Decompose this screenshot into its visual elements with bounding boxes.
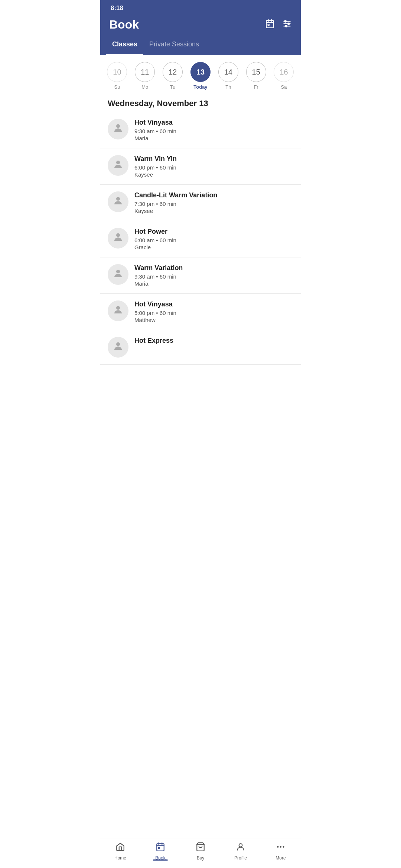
- calendar-strip: 10 Su 11 Mo 12 Tu 13 Today 14 Th 15 Fr 1…: [100, 55, 301, 93]
- svg-point-12: [116, 161, 120, 164]
- class-info-2: Candle-Lit Warm Variation 7:30 pm • 60 m…: [134, 191, 293, 214]
- svg-point-8: [285, 20, 286, 22]
- day-13[interactable]: 13 Today: [188, 62, 213, 90]
- day-12[interactable]: 12 Tu: [160, 62, 185, 90]
- class-time-5: 5:00 pm • 60 min: [134, 310, 293, 316]
- person-icon-3: [113, 231, 124, 245]
- class-item-6[interactable]: Hot Express: [100, 330, 301, 365]
- avatar-0: [108, 119, 128, 139]
- day-number-10: 10: [107, 62, 127, 82]
- class-instructor-2: Kaysee: [134, 208, 293, 214]
- class-info-5: Hot Vinyasa 5:00 pm • 60 min Matthew: [134, 300, 293, 323]
- svg-rect-0: [266, 20, 274, 28]
- class-item-0[interactable]: Hot Vinyasa 9:30 am • 60 min Maria: [100, 112, 301, 148]
- page-title: Book: [109, 18, 139, 36]
- class-info-4: Warm Variation 9:30 am • 60 min Maria: [134, 264, 293, 287]
- avatar-5: [108, 300, 128, 321]
- class-item-4[interactable]: Warm Variation 9:30 am • 60 min Maria: [100, 257, 301, 294]
- class-time-4: 9:30 am • 60 min: [134, 273, 293, 280]
- avatar-2: [108, 191, 128, 212]
- date-heading: Wednesday, November 13: [100, 93, 301, 112]
- avatar-1: [108, 155, 128, 176]
- tab-private-sessions[interactable]: Private Sessions: [143, 36, 205, 55]
- day-label-14: Th: [225, 84, 231, 90]
- class-name-1: Warm Vin Yin: [134, 155, 293, 163]
- day-label-10: Su: [114, 84, 120, 90]
- svg-point-11: [116, 124, 120, 128]
- header: Book: [100, 15, 301, 36]
- day-label-16: Sa: [281, 84, 287, 90]
- avatar-6: [108, 337, 128, 358]
- class-info-3: Hot Power 6:00 am • 60 min Gracie: [134, 228, 293, 250]
- class-instructor-1: Kaysee: [134, 171, 293, 178]
- class-item-3[interactable]: Hot Power 6:00 am • 60 min Gracie: [100, 221, 301, 257]
- person-icon-0: [113, 122, 124, 136]
- avatar-4: [108, 264, 128, 285]
- class-instructor-5: Matthew: [134, 317, 293, 323]
- day-number-16: 16: [274, 62, 294, 82]
- filter-icon[interactable]: [282, 19, 292, 31]
- class-info-6: Hot Express: [134, 337, 293, 346]
- class-time-2: 7:30 pm • 60 min: [134, 201, 293, 207]
- class-item-2[interactable]: Candle-Lit Warm Variation 7:30 pm • 60 m…: [100, 185, 301, 221]
- svg-rect-4: [268, 24, 269, 25]
- class-info-0: Hot Vinyasa 9:30 am • 60 min Maria: [134, 119, 293, 141]
- svg-point-14: [116, 233, 120, 237]
- class-name-0: Hot Vinyasa: [134, 119, 293, 126]
- day-15[interactable]: 15 Fr: [244, 62, 269, 90]
- tab-classes[interactable]: Classes: [106, 36, 143, 55]
- day-number-14: 14: [218, 62, 238, 82]
- class-name-5: Hot Vinyasa: [134, 300, 293, 308]
- tab-bar: Classes Private Sessions: [100, 36, 301, 55]
- calendar-icon[interactable]: [265, 19, 275, 31]
- day-16[interactable]: 16 Sa: [271, 62, 296, 90]
- person-icon-4: [113, 268, 124, 282]
- class-name-2: Candle-Lit Warm Variation: [134, 191, 293, 199]
- day-label-13: Today: [193, 84, 207, 90]
- person-icon-6: [113, 341, 124, 354]
- day-number-13: 13: [190, 62, 211, 82]
- person-icon-1: [113, 159, 124, 172]
- svg-point-9: [288, 23, 289, 24]
- day-number-15: 15: [246, 62, 266, 82]
- class-name-4: Warm Variation: [134, 264, 293, 272]
- class-name-3: Hot Power: [134, 228, 293, 236]
- svg-point-13: [116, 197, 120, 201]
- svg-point-15: [116, 270, 120, 273]
- class-item-5[interactable]: Hot Vinyasa 5:00 pm • 60 min Matthew: [100, 294, 301, 330]
- header-actions: [265, 19, 292, 35]
- svg-point-17: [116, 342, 120, 346]
- class-time-1: 6:00 pm • 60 min: [134, 164, 293, 171]
- class-instructor-3: Gracie: [134, 244, 293, 250]
- day-11[interactable]: 11 Mo: [132, 62, 157, 90]
- class-list: Hot Vinyasa 9:30 am • 60 min Maria Warm …: [100, 112, 301, 365]
- day-number-12: 12: [163, 62, 183, 82]
- class-name-6: Hot Express: [134, 337, 293, 345]
- person-icon-2: [113, 195, 124, 209]
- status-bar: 8:18: [100, 0, 301, 15]
- class-instructor-0: Maria: [134, 135, 293, 141]
- svg-point-16: [116, 306, 120, 310]
- class-item-1[interactable]: Warm Vin Yin 6:00 pm • 60 min Kaysee: [100, 148, 301, 185]
- avatar-3: [108, 228, 128, 249]
- day-label-12: Tu: [170, 84, 176, 90]
- day-10[interactable]: 10 Su: [104, 62, 130, 90]
- class-time-0: 9:30 am • 60 min: [134, 128, 293, 134]
- svg-point-10: [286, 25, 287, 27]
- status-time: 8:18: [111, 4, 123, 11]
- day-label-15: Fr: [254, 84, 258, 90]
- day-label-11: Mo: [141, 84, 148, 90]
- class-info-1: Warm Vin Yin 6:00 pm • 60 min Kaysee: [134, 155, 293, 178]
- class-instructor-4: Maria: [134, 280, 293, 287]
- day-number-11: 11: [135, 62, 155, 82]
- person-icon-5: [113, 304, 124, 318]
- day-14[interactable]: 14 Th: [216, 62, 241, 90]
- class-time-3: 6:00 am • 60 min: [134, 237, 293, 243]
